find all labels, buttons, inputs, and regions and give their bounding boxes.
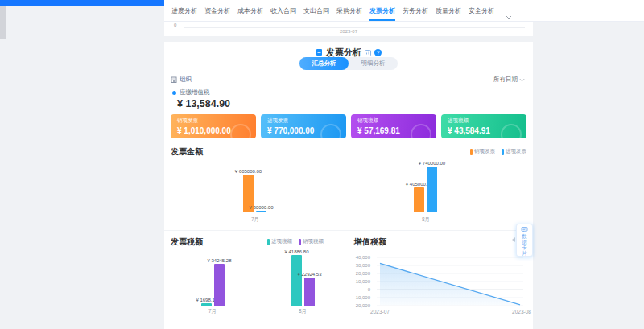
section-divider bbox=[164, 230, 533, 231]
category-label-8月: 8月 bbox=[410, 216, 442, 224]
analysis-mode-toggle: 汇总分析明细分析 bbox=[299, 57, 398, 70]
tab-9[interactable]: 安全分析 bbox=[469, 1, 494, 21]
category-label-8月: 8月 bbox=[287, 308, 319, 315]
invoice-analysis-panel: 发票分析 ? 汇总分析明细分析 组织 所有日期 应缴增值税 ¥ 13,584.9… bbox=[164, 42, 533, 329]
bar-chart-invoice-tax: ¥ 1698.11¥ 34245.287月¥ 41886.80¥ 22924.5… bbox=[171, 245, 343, 315]
card-label: 销项发票 bbox=[177, 117, 250, 125]
bar-进项发票-8月 bbox=[427, 167, 437, 212]
summary-card-3[interactable]: 进项税额¥ 43,584.91 bbox=[441, 114, 526, 138]
date-filter[interactable]: 所有日期 bbox=[493, 76, 525, 84]
bar-value-label: ¥ 22924.53 bbox=[282, 272, 338, 277]
line-chart-vat bbox=[374, 254, 526, 310]
bar-value-label: ¥ 30000.00 bbox=[233, 205, 290, 210]
tab-5[interactable]: 采购分析 bbox=[336, 1, 362, 21]
kpi-dot-icon bbox=[172, 91, 176, 95]
y-tick-0: 40,000 bbox=[356, 255, 370, 260]
card-label: 销项税额 bbox=[357, 117, 430, 125]
org-filter-label: 组织 bbox=[180, 76, 192, 84]
card-label: 进项税额 bbox=[448, 117, 520, 125]
y-tick-4: 0 bbox=[368, 287, 370, 292]
tab-0[interactable]: 进度分析 bbox=[171, 1, 197, 21]
chart-title-vat: 增值税额 bbox=[354, 236, 386, 248]
category-label-7月: 7月 bbox=[196, 308, 229, 315]
tab-2[interactable]: 成本分析 bbox=[237, 1, 263, 21]
toggle-option-0[interactable]: 汇总分析 bbox=[299, 57, 349, 70]
bar-value-label: ¥ 740000.00 bbox=[404, 161, 460, 166]
dashboard-page: 进度分析资金分析成本分析收入合同支出合同采购分析发票分析劳务分析质量分析安全分析… bbox=[0, 0, 644, 329]
card-label: 进项发票 bbox=[267, 117, 340, 125]
kpi-value: ¥ 13,584.90 bbox=[177, 98, 230, 109]
vat-y-axis: 40,00030,00020,00010,0000-10,000-20,000 bbox=[348, 255, 370, 308]
bar-进项税额-7月 bbox=[201, 303, 212, 306]
tab-7[interactable]: 劳务分析 bbox=[402, 1, 428, 21]
vat-x-label-start: 2023-07 bbox=[356, 309, 404, 315]
bar-销项税额-8月 bbox=[304, 278, 315, 306]
remnant-y-tick: 0 bbox=[174, 23, 176, 27]
bar-value-label: ¥ 605000.00 bbox=[221, 169, 277, 174]
top-blue-bar bbox=[0, 0, 164, 6]
tab-3[interactable]: 收入合同 bbox=[270, 1, 296, 21]
bar-value-label: ¥ 1698.11 bbox=[179, 298, 235, 302]
y-tick-3: 10,000 bbox=[356, 279, 370, 284]
chevron-down-icon bbox=[519, 78, 525, 82]
bar-进项发票-7月 bbox=[256, 211, 266, 212]
date-filter-label: 所有日期 bbox=[493, 76, 518, 84]
bar-进项税额-8月 bbox=[291, 255, 302, 306]
kpi-label: 应缴增值税 bbox=[180, 88, 210, 97]
bar-chart-invoice-amount: ¥ 605000.00¥ 30000.007月¥ 405000.00¥ 7400… bbox=[171, 150, 526, 224]
floating-card-label: 数据卡片 bbox=[522, 233, 528, 256]
toggle-option-1[interactable]: 明细分析 bbox=[349, 57, 398, 70]
summary-card-2[interactable]: 销项税额¥ 57,169.81 bbox=[351, 114, 436, 138]
org-filter[interactable]: 组织 bbox=[171, 76, 192, 84]
building-icon bbox=[171, 76, 177, 83]
y-tick-6: -20,000 bbox=[354, 303, 370, 308]
bar-value-label: ¥ 34245.28 bbox=[192, 258, 248, 263]
chevron-down-icon[interactable] bbox=[506, 8, 512, 23]
remnant-x-label: 2023-07 bbox=[164, 29, 533, 34]
card-bubble-icon bbox=[521, 227, 528, 232]
summary-card-1[interactable]: 进项发票¥ 770,000.00 bbox=[261, 114, 346, 138]
summary-card-0[interactable]: 销项发票¥ 1,010,000.00 bbox=[171, 114, 256, 138]
scrollbar-remnant[interactable] bbox=[0, 6, 6, 39]
tab-list: 进度分析资金分析成本分析收入合同支出合同采购分析发票分析劳务分析质量分析安全分析 bbox=[171, 1, 494, 21]
bar-销项发票-8月 bbox=[414, 187, 424, 212]
y-tick-1: 30,000 bbox=[356, 263, 370, 268]
tab-bar: 进度分析资金分析成本分析收入合同支出合同采购分析发票分析劳务分析质量分析安全分析 bbox=[164, 0, 644, 22]
bar-销项税额-7月 bbox=[214, 264, 225, 306]
tab-6[interactable]: 发票分析 bbox=[369, 1, 395, 21]
tab-1[interactable]: 资金分析 bbox=[204, 1, 230, 21]
category-label-7月: 7月 bbox=[239, 216, 271, 224]
floating-data-card-button[interactable]: 数据卡片 bbox=[516, 224, 533, 257]
bar-value-label: ¥ 41886.80 bbox=[269, 249, 325, 254]
vat-x-label-end: 2023-08 bbox=[497, 309, 546, 315]
filter-bar: 组织 所有日期 bbox=[171, 74, 525, 85]
collapse-arrow-icon[interactable] bbox=[512, 237, 515, 242]
bar-value-label: ¥ 405000.00 bbox=[391, 182, 448, 187]
tab-4[interactable]: 支出合同 bbox=[303, 1, 329, 21]
question-circle-icon[interactable]: ? bbox=[374, 49, 382, 56]
y-tick-5: -10,000 bbox=[354, 295, 370, 300]
tab-8[interactable]: 质量分析 bbox=[436, 1, 461, 21]
y-tick-2: 20,000 bbox=[356, 271, 370, 276]
summary-card-row: 销项发票¥ 1,010,000.00进项发票¥ 770,000.00销项税额¥ … bbox=[171, 114, 526, 138]
previous-chart-remnant: 0 2023-07 bbox=[164, 22, 533, 36]
remnant-axis-line bbox=[184, 27, 525, 28]
